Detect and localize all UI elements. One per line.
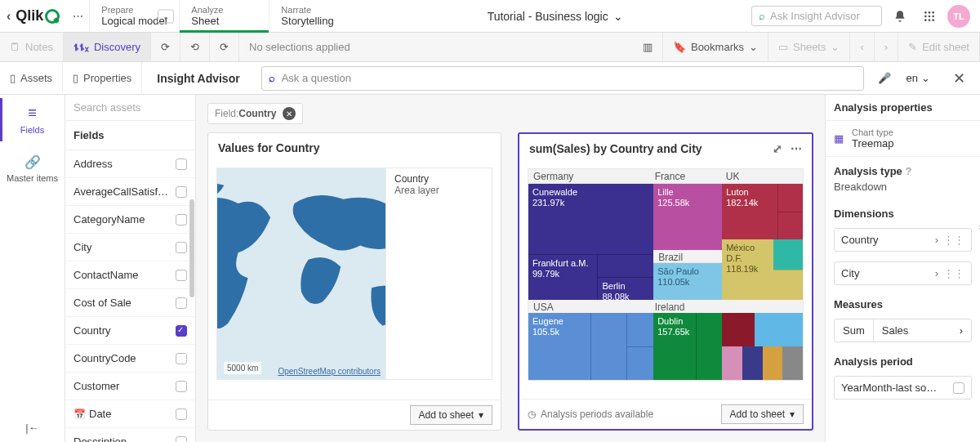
chevron-down-icon[interactable]: ⌄	[158, 9, 174, 23]
add-to-sheet-button[interactable]: Add to sheet▾	[721, 404, 804, 424]
map-attribution[interactable]: OpenStreetMap contributors	[278, 367, 381, 376]
nav-tab-analyze[interactable]: Analyze Sheet	[179, 0, 269, 32]
chip-remove-icon[interactable]: ✕	[283, 107, 296, 120]
selections-tool-icon[interactable]: ▥	[633, 33, 663, 61]
dimension-city[interactable]: City › ⋮⋮	[834, 261, 972, 285]
nav-tab-narrate[interactable]: Narrate Storytelling	[269, 0, 359, 32]
properties-toggle[interactable]: ▯ Properties	[63, 62, 142, 95]
tm-cell[interactable]	[763, 346, 783, 380]
tm-cell[interactable]	[777, 184, 803, 212]
next-sheet-icon[interactable]: ›	[875, 33, 898, 61]
measure-row[interactable]: Sum Sales›	[834, 319, 972, 342]
tm-cell[interactable]: Cunewalde231.97k	[528, 184, 653, 254]
field-row-categoryname[interactable]: CategoryName	[65, 206, 195, 234]
tm-cell[interactable]	[696, 313, 722, 380]
field-row-customer[interactable]: Customer	[65, 373, 195, 400]
app-grid-icon[interactable]	[918, 5, 941, 28]
tm-cell[interactable]	[626, 313, 653, 346]
tm-cell[interactable]: Luton182.14k	[722, 184, 777, 239]
notifications-icon[interactable]	[889, 5, 911, 28]
nav-tab-prepare[interactable]: Prepare Logical model ⌄	[89, 0, 179, 32]
treemap-chart[interactable]: Germany France UK Cunewalde231.97k	[528, 168, 804, 381]
tm-cell[interactable]	[755, 313, 803, 346]
tm-cell[interactable]	[722, 313, 755, 346]
analysis-periods-note[interactable]: ◷ Analysis periods available	[528, 409, 653, 420]
field-row-address[interactable]: Address	[65, 150, 195, 178]
field-checkbox[interactable]	[176, 270, 187, 281]
tm-cell[interactable]	[626, 346, 653, 380]
step-back-icon[interactable]: ⟲	[180, 33, 210, 61]
period-checkbox[interactable]	[953, 382, 964, 394]
tm-cell[interactable]	[722, 346, 742, 380]
field-chip-country[interactable]: Field:Country ✕	[207, 103, 303, 124]
field-checkbox[interactable]	[176, 297, 187, 309]
tm-cell[interactable]	[598, 254, 653, 277]
tm-cell[interactable]	[782, 346, 803, 380]
field-row-date[interactable]: 📅Date	[65, 400, 195, 428]
drag-handle-icon[interactable]: ⋮⋮	[943, 234, 964, 246]
dimension-country[interactable]: Country › ⋮⋮	[834, 228, 972, 252]
app-title[interactable]: Tutorial - Business logic ⌄	[359, 10, 751, 23]
language-select[interactable]: en ⌄	[898, 72, 938, 84]
field-checkbox[interactable]	[176, 158, 187, 170]
add-to-sheet-button[interactable]: Add to sheet▾	[410, 405, 492, 425]
discovery-button[interactable]: ⫮⫮ᵪ Discovery	[64, 33, 151, 61]
field-row-country[interactable]: Country	[65, 317, 195, 345]
tm-cell[interactable]: Lille125.58k	[653, 184, 722, 250]
avatar[interactable]: TL	[947, 5, 970, 28]
tm-cell[interactable]: São Paulo110.05k	[653, 263, 722, 300]
sheets-button[interactable]: ▭ Sheets ⌄	[768, 33, 850, 61]
edit-sheet-button[interactable]: ✎ Edit sheet	[898, 33, 980, 61]
close-icon[interactable]: ✕	[938, 69, 980, 87]
field-row-city[interactable]: City	[65, 234, 195, 261]
field-row-averagecallsatisfa-[interactable]: AverageCallSatisfa…	[65, 178, 195, 206]
tm-cell[interactable]	[777, 212, 803, 240]
tm-cell[interactable]: Berlin88.08k	[598, 277, 653, 300]
smart-select-icon[interactable]: ⟳	[151, 33, 180, 61]
field-checkbox[interactable]	[176, 186, 187, 198]
tm-cell[interactable]	[773, 239, 803, 270]
notes-button[interactable]: 🗒 Notes	[0, 33, 64, 61]
note-icon: 🗒	[10, 41, 20, 53]
drag-handle-icon[interactable]: ⋮⋮	[943, 267, 964, 279]
prev-sheet-icon[interactable]: ‹	[850, 33, 874, 61]
back-and-logo[interactable]: ‹ Qlik	[0, 7, 66, 25]
tm-cell[interactable]: Dublin157.65k	[653, 313, 696, 380]
tm-cell[interactable]: Eugene105.5k	[528, 313, 590, 380]
field-checkbox[interactable]	[176, 409, 187, 420]
field-checkbox[interactable]	[176, 214, 187, 225]
insight-search[interactable]: ⌕ Ask Insight Advisor	[751, 6, 882, 26]
rail-master-items[interactable]: 🔗 Master items	[0, 145, 65, 193]
field-checkbox[interactable]	[176, 242, 187, 253]
tm-cell[interactable]: Frankfurt a.M.99.79k	[528, 254, 598, 300]
tm-cell[interactable]: México D.F.118.19k	[722, 239, 773, 300]
field-row-cost-of-sale[interactable]: Cost of Sale	[65, 289, 195, 317]
scrollbar-thumb[interactable]	[189, 199, 194, 297]
rail-collapse-icon[interactable]: |←	[17, 413, 47, 442]
step-fwd-icon[interactable]: ⟳	[210, 33, 239, 61]
tm-cell[interactable]	[773, 270, 803, 301]
bookmarks-button[interactable]: 🔖 Bookmarks ⌄	[663, 33, 768, 61]
field-row-contactname[interactable]: ContactName	[65, 261, 195, 289]
fullscreen-icon[interactable]: ⤢	[773, 142, 782, 155]
map-chart[interactable]: 5000 km OpenStreetMap contributors	[217, 168, 385, 379]
help-icon[interactable]: ?	[905, 165, 911, 177]
field-checkbox[interactable]	[176, 436, 187, 443]
ask-question-input[interactable]: ⌕ Ask a question	[261, 66, 864, 91]
chart-type-row[interactable]: ▦ Chart type Treemap	[826, 121, 980, 157]
mic-icon[interactable]: 🎤	[871, 66, 898, 91]
back-chevron-icon[interactable]: ‹	[7, 9, 11, 24]
more-icon[interactable]: ⋯	[791, 142, 802, 155]
field-row-description[interactable]: Description	[65, 428, 195, 442]
analysis-period-row[interactable]: YearMonth-last sorte…	[834, 376, 972, 400]
field-checkbox[interactable]	[176, 325, 187, 337]
field-checkbox[interactable]	[176, 381, 187, 392]
app-menu-icon[interactable]: ⋯	[66, 5, 89, 28]
rail-fields[interactable]: ≡ Fields	[0, 95, 65, 145]
field-row-countrycode[interactable]: CountryCode	[65, 345, 195, 373]
field-checkbox[interactable]	[176, 353, 187, 364]
tm-cell[interactable]	[742, 346, 763, 380]
assets-toggle[interactable]: ▯ Assets	[0, 62, 63, 95]
search-assets-input[interactable]: Search assets	[65, 95, 195, 121]
tm-cell[interactable]	[590, 313, 626, 380]
